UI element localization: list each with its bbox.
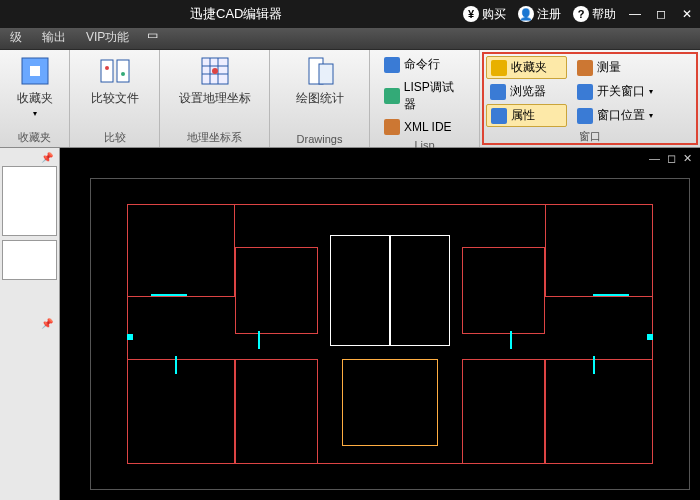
chevron-down-icon: ▾ [649,87,653,96]
side-panel: 📌 📌 [0,148,60,500]
properties-label: 属性 [511,107,535,124]
win-favorites-label: 收藏夹 [511,59,547,76]
geo-button[interactable]: 设置地理坐标 [179,54,251,107]
pin-icon[interactable]: 📌 [41,318,53,329]
viewport-controls[interactable]: — ◻ ✕ [649,152,694,165]
favorites-button[interactable]: 收藏夹 ▾ [17,54,53,118]
geo-label: 设置地理坐标 [179,90,251,107]
pin-icon[interactable]: 📌 [41,152,53,163]
lisp-debug-icon [384,88,400,104]
floor-plan [90,178,690,490]
tab-vip[interactable]: VIP功能 [76,26,139,49]
svg-rect-1 [30,66,40,76]
toggle-window-button[interactable]: 开关窗口▾ [573,81,672,102]
tab-level[interactable]: 级 [0,26,32,49]
svg-rect-2 [101,60,113,82]
group-caption-compare: 比较 [104,130,126,145]
chevron-down-icon: ▾ [649,111,653,120]
stats-button[interactable]: 绘图统计 [296,54,344,107]
measure-label: 测量 [597,59,621,76]
compare-button[interactable]: 比较文件 [91,54,139,107]
window-pos-icon [577,108,593,124]
register-label: 注册 [537,6,561,23]
cmdline-label: 命令行 [404,56,440,73]
question-icon: ? [573,6,589,22]
maximize-button[interactable]: ◻ [648,0,674,28]
stats-icon [303,54,337,88]
svg-point-11 [212,68,218,74]
toggle-window-label: 开关窗口 [597,83,645,100]
browser-icon [490,84,506,100]
tab-output[interactable]: 输出 [32,26,76,49]
cmdline-icon [384,57,400,73]
ribbon-tabs: 级 输出 VIP功能 ▭ [0,28,700,50]
close-button[interactable]: ✕ [674,0,700,28]
xml-ide-label: XML IDE [404,120,452,134]
yen-icon: ¥ [463,6,479,22]
properties-icon [491,108,507,124]
compare-icon [98,54,132,88]
svg-rect-3 [117,60,129,82]
xml-ide-icon [384,119,400,135]
group-caption-geo: 地理坐标系 [187,130,242,145]
xml-ide-button[interactable]: XML IDE [380,117,469,137]
user-icon: 👤 [518,6,534,22]
svg-rect-13 [319,64,333,84]
buy-label: 购买 [482,6,506,23]
ribbon: 收藏夹 ▾ 收藏夹 比较文件 比较 设置地理坐标 地理坐标系 绘图统计 [0,50,700,148]
help-label: 帮助 [592,6,616,23]
help-button[interactable]: ? 帮助 [567,0,622,28]
window-pos-label: 窗口位置 [597,107,645,124]
group-caption-drawings: Drawings [297,133,343,145]
minimize-button[interactable]: — [622,0,648,28]
lisp-debug-button[interactable]: LISP调试器 [380,77,469,115]
win-favorites-button[interactable]: 收藏夹 [486,56,567,79]
toggle-window-icon [577,84,593,100]
svg-point-4 [105,66,109,70]
favorites-icon [18,54,52,88]
stats-label: 绘图统计 [296,90,344,107]
ribbon-toggle-icon[interactable]: ▭ [139,21,165,49]
svg-point-5 [121,72,125,76]
star-icon [491,60,507,76]
browser-label: 浏览器 [510,83,546,100]
browser-button[interactable]: 浏览器 [486,81,567,102]
side-slot-1[interactable] [2,166,57,236]
measure-icon [577,60,593,76]
app-title: 迅捷CAD编辑器 [190,5,282,23]
lisp-debug-label: LISP调试器 [404,79,465,113]
group-caption-window: 窗口 [579,129,601,144]
properties-button[interactable]: 属性 [486,104,567,127]
cmdline-button[interactable]: 命令行 [380,54,469,75]
compare-label: 比较文件 [91,90,139,107]
register-button[interactable]: 👤 注册 [512,0,567,28]
window-pos-button[interactable]: 窗口位置▾ [573,104,672,127]
favorites-label: 收藏夹 [17,90,53,107]
buy-button[interactable]: ¥ 购买 [457,0,512,28]
measure-button[interactable]: 测量 [573,56,672,79]
group-caption-favorites: 收藏夹 [18,130,51,145]
chevron-down-icon: ▾ [33,109,37,118]
side-slot-2[interactable] [2,240,57,280]
geo-icon [198,54,232,88]
drawing-canvas[interactable]: — ◻ ✕ [60,148,700,500]
